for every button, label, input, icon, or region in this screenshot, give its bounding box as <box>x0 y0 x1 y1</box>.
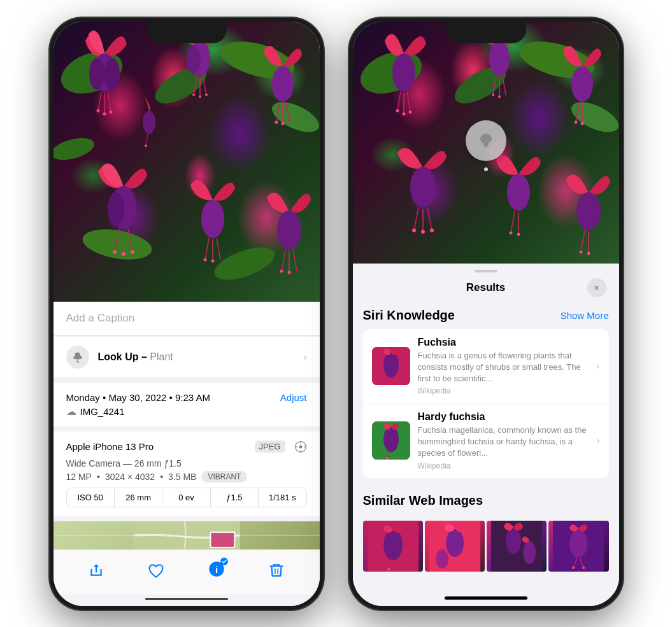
lookup-row[interactable]: Look Up – Plant › <box>54 337 320 378</box>
svg-point-85 <box>498 95 501 98</box>
phone2-screen: Results × Siri Knowledge Show More <box>353 22 619 606</box>
svg-point-120 <box>436 549 448 568</box>
svg-point-102 <box>517 232 520 236</box>
siri-knowledge-section: Siri Knowledge Show More <box>353 303 619 478</box>
close-button[interactable]: × <box>587 278 606 297</box>
camera-specs: Wide Camera — 26 mm ƒ1.5 <box>66 458 307 468</box>
phone-1: Add a Caption Look Up – Plant › <box>50 18 324 610</box>
svg-point-103 <box>576 192 601 230</box>
exif-ev: 0 ev <box>162 488 210 507</box>
similar-img-1[interactable] <box>363 521 423 572</box>
similar-img-2[interactable] <box>425 521 485 572</box>
caption-area[interactable]: Add a Caption <box>54 302 320 335</box>
like-button[interactable] <box>142 556 170 584</box>
svg-line-41 <box>217 238 220 260</box>
svg-point-98 <box>507 174 530 211</box>
similar-img-4[interactable] <box>548 521 608 572</box>
svg-point-6 <box>210 241 279 286</box>
svg-point-129 <box>582 567 585 569</box>
svg-point-23 <box>205 94 208 96</box>
results-panel: Results × Siri Knowledge Show More <box>353 264 619 593</box>
svg-line-39 <box>205 238 209 260</box>
phone-2: Results × Siri Knowledge Show More <box>349 18 623 610</box>
svg-point-128 <box>572 567 575 569</box>
siri-button[interactable] <box>466 120 506 161</box>
map-area[interactable] <box>54 521 320 549</box>
svg-point-97 <box>430 229 434 232</box>
specs-mp: 12 MP <box>66 472 92 482</box>
svg-point-35 <box>113 250 117 254</box>
svg-point-22 <box>199 95 201 98</box>
svg-point-101 <box>509 231 512 234</box>
jpeg-badge: JPEG <box>255 440 285 453</box>
specs-separator2: • <box>160 472 163 482</box>
svg-point-52 <box>145 144 147 147</box>
svg-point-95 <box>412 229 416 232</box>
home-indicator <box>145 598 228 600</box>
knowledge-item-hardy-fuchsia[interactable]: Hardy fuchsia Fuchsia magellanica, commo… <box>363 404 609 478</box>
svg-point-28 <box>275 120 278 123</box>
knowledge-item-fuchsia[interactable]: Fuchsia Fuchsia is a genus of flowering … <box>363 329 609 404</box>
svg-point-4 <box>54 134 97 164</box>
info-button[interactable]: i <box>203 556 231 584</box>
svg-point-49 <box>287 271 290 274</box>
knowledge-desc-hardy: Fuchsia magellanica, commonly known as t… <box>418 425 589 460</box>
svg-point-72 <box>567 95 619 137</box>
svg-line-92 <box>414 208 418 230</box>
caption-placeholder: Add a Caption <box>66 312 135 324</box>
lookup-icon <box>66 346 89 369</box>
svg-point-78 <box>402 112 405 115</box>
home-indicator-2 <box>445 596 527 600</box>
lookup-label: Look Up – Plant <box>98 351 173 363</box>
svg-point-8 <box>89 58 104 90</box>
specs-separator1: • <box>97 472 100 482</box>
show-more-button[interactable]: Show More <box>561 310 609 321</box>
location-icon <box>294 440 307 453</box>
svg-point-122 <box>506 528 521 554</box>
svg-point-91 <box>410 167 436 208</box>
svg-point-125 <box>569 530 587 558</box>
knowledge-source-hardy: Wikipedia <box>418 461 589 470</box>
svg-point-38 <box>201 200 224 238</box>
similar-images[interactable] <box>363 521 609 572</box>
knowledge-desc-fuchsia: Fuchsia is a genus of flowering plants t… <box>418 350 589 385</box>
exif-iso: ISO 50 <box>67 488 115 507</box>
meta-section: Monday • May 30, 2022 • 9:23 AM Adjust ☁… <box>54 383 320 426</box>
fuchsia-chevron: › <box>596 360 599 372</box>
svg-line-12 <box>108 92 111 112</box>
share-button[interactable] <box>82 556 110 584</box>
svg-point-56 <box>299 445 302 448</box>
specs-resolution: 3024 × 4032 <box>105 472 155 482</box>
delete-button[interactable] <box>262 556 290 584</box>
photo-display[interactable] <box>54 22 320 302</box>
svg-point-44 <box>277 211 301 250</box>
results-header: Results × <box>353 272 619 303</box>
svg-point-111 <box>383 426 399 452</box>
meta-filename: ☁ IMG_4241 <box>66 405 307 418</box>
svg-point-31 <box>108 192 124 227</box>
specs-filesize: 3.5 MB <box>168 472 196 482</box>
similar-section: Similar Web Images <box>353 488 619 572</box>
knowledge-info-hardy: Hardy fuchsia Fuchsia magellanica, commo… <box>418 411 589 470</box>
hardy-chevron: › <box>596 435 599 446</box>
device-name: Apple iPhone 13 Pro <box>66 441 154 452</box>
svg-line-10 <box>98 92 101 111</box>
svg-point-3 <box>268 95 320 137</box>
knowledge-thumb-fuchsia <box>372 347 410 385</box>
svg-line-47 <box>293 250 297 271</box>
svg-point-21 <box>192 94 195 96</box>
knowledge-card: Fuchsia Fuchsia is a genus of flowering … <box>363 329 609 478</box>
svg-point-119 <box>446 529 464 557</box>
svg-point-109 <box>383 352 399 377</box>
svg-point-89 <box>574 120 577 123</box>
photo-display-2[interactable] <box>353 22 619 264</box>
svg-line-99 <box>511 211 515 233</box>
svg-line-104 <box>581 230 585 252</box>
adjust-button[interactable]: Adjust <box>280 392 307 403</box>
device-section: Apple iPhone 13 Pro JPEG Wide Cam <box>54 432 320 516</box>
similar-img-3[interactable] <box>487 521 547 572</box>
exif-focal: 26 mm <box>115 488 162 507</box>
svg-point-37 <box>131 250 134 254</box>
svg-point-96 <box>421 230 425 234</box>
svg-point-80 <box>489 41 510 76</box>
